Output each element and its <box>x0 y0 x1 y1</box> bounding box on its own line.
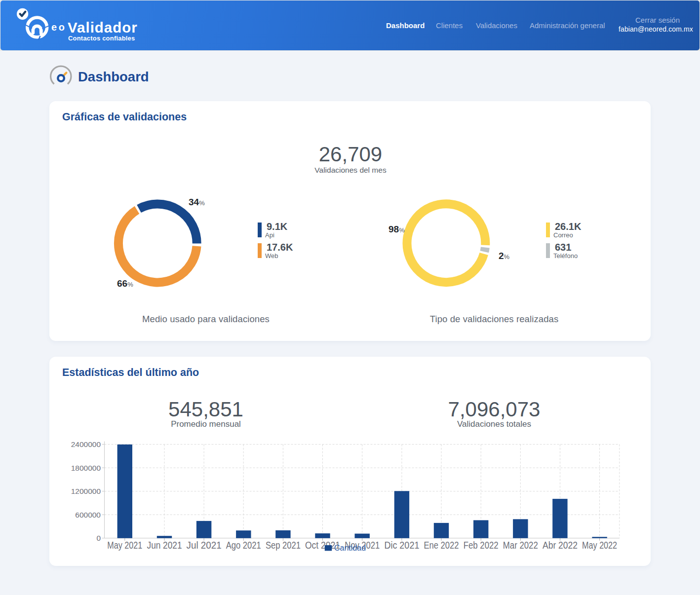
svg-text:Sep 2021: Sep 2021 <box>266 540 301 551</box>
svg-text:Jul 2021: Jul 2021 <box>187 540 222 551</box>
svg-text:Ene 2022: Ene 2022 <box>424 540 459 551</box>
svg-text:2400000: 2400000 <box>71 440 101 448</box>
svg-text:Abr 2022: Abr 2022 <box>543 540 578 551</box>
svg-text:600000: 600000 <box>75 511 101 519</box>
svg-text:0: 0 <box>96 534 101 542</box>
svg-text:Feb 2022: Feb 2022 <box>464 540 499 551</box>
svg-text:Cantidad: Cantidad <box>334 544 366 552</box>
svg-text:1800000: 1800000 <box>71 464 101 472</box>
svg-text:Jun 2021: Jun 2021 <box>147 540 182 551</box>
svg-text:May 2022: May 2022 <box>582 540 617 551</box>
svg-text:1200000: 1200000 <box>71 487 101 495</box>
svg-text:Dic 2021: Dic 2021 <box>384 540 419 551</box>
svg-text:Ago 2021: Ago 2021 <box>226 540 261 551</box>
svg-text:May 2021: May 2021 <box>107 540 142 551</box>
svg-text:Mar 2022: Mar 2022 <box>503 540 538 551</box>
